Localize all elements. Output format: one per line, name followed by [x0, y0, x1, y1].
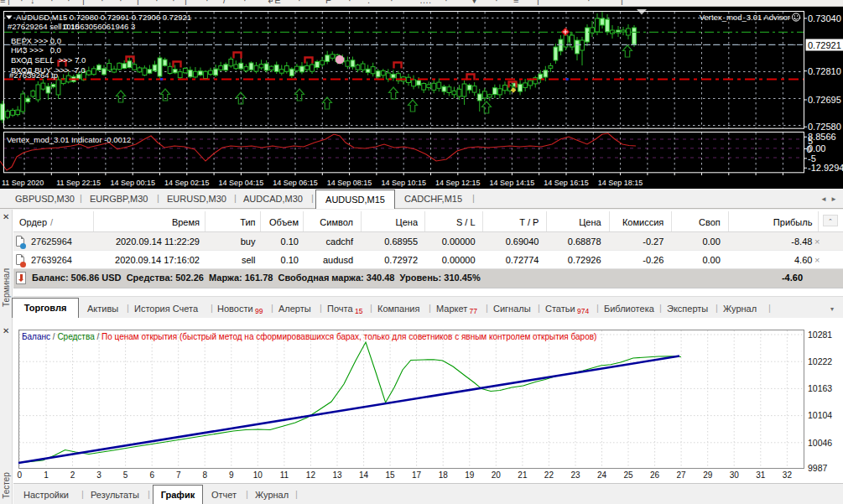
svg-text:14 Sep 08:15: 14 Sep 08:15	[327, 179, 372, 187]
svg-text:10281: 10281	[808, 330, 832, 340]
svg-text:#27639264 tp: #27639264 tp	[9, 70, 58, 80]
svg-text:11: 11	[280, 470, 289, 480]
svg-text:2: 2	[70, 470, 75, 480]
svg-text:ВХОД SELL >>> 7.0: ВХОД SELL >>> 7.0	[11, 55, 86, 65]
svg-text:21: 21	[518, 470, 528, 480]
svg-text:10: 10	[253, 470, 263, 480]
svg-text:14 Sep 00:15: 14 Sep 00:15	[110, 179, 155, 187]
svg-text:11 Sep 22:15: 11 Sep 22:15	[56, 179, 101, 187]
svg-text:7: 7	[176, 470, 181, 480]
svg-text:14 Sep 10:15: 14 Sep 10:15	[381, 179, 426, 187]
svg-text:12: 12	[306, 470, 316, 480]
svg-text:14 Sep 06:15: 14 Sep 06:15	[273, 179, 318, 187]
svg-text:24: 24	[597, 470, 607, 480]
svg-text:1: 1	[44, 470, 49, 480]
svg-text:9987: 9987	[808, 463, 828, 473]
svg-text:10104: 10104	[808, 410, 832, 420]
svg-text:30: 30	[730, 470, 740, 480]
svg-text:32: 32	[783, 470, 793, 480]
svg-text:18: 18	[439, 470, 449, 480]
svg-text:29: 29	[703, 470, 713, 480]
svg-text:22: 22	[544, 470, 554, 480]
svg-text:19: 19	[465, 470, 475, 480]
svg-text:14 Sep 04:15: 14 Sep 04:15	[219, 179, 264, 187]
svg-text:0: 0	[18, 470, 23, 480]
svg-text:0.72580: 0.72580	[808, 122, 841, 132]
svg-text:26: 26	[650, 470, 660, 480]
svg-text:0.00: 0.00	[808, 143, 825, 153]
svg-text:10046: 10046	[808, 438, 832, 448]
svg-text:14 Sep 16:15: 14 Sep 16:15	[544, 179, 589, 187]
svg-text:25: 25	[623, 470, 633, 480]
svg-text:8: 8	[202, 470, 207, 480]
svg-text:3: 3	[96, 470, 101, 480]
svg-text:0.72921: 0.72921	[808, 40, 841, 50]
svg-text:31: 31	[756, 470, 766, 480]
svg-text:AUDUSD,M15 0.72980 0.72991 0.7: AUDUSD,M15 0.72980 0.72991 0.72906 0.729…	[16, 13, 191, 22]
svg-text:11 Sep 2020: 11 Sep 2020	[2, 179, 44, 187]
svg-text:17: 17	[412, 470, 422, 480]
svg-text:14: 14	[359, 470, 369, 480]
svg-text:14 Sep 14:15: 14 Sep 14:15	[490, 179, 535, 187]
svg-text:14 Sep 12:15: 14 Sep 12:15	[435, 179, 481, 187]
svg-text:10222: 10222	[808, 356, 832, 366]
svg-text:-12.9294: -12.9294	[808, 163, 843, 173]
svg-text:14 Sep 02:15: 14 Sep 02:15	[164, 179, 210, 187]
svg-text:НИЗ >>> 0,0: НИЗ >>> 0,0	[11, 45, 61, 55]
svg-text:0.73040: 0.73040	[808, 13, 841, 23]
svg-text:23: 23	[570, 470, 580, 480]
svg-text:0.72810: 0.72810	[808, 66, 841, 76]
svg-text:ВЕРХ >>> 0,0: ВЕРХ >>> 0,0	[11, 36, 61, 45]
svg-text:6: 6	[149, 470, 154, 480]
svg-text:-5: -5	[808, 153, 816, 164]
svg-text:9: 9	[229, 470, 234, 480]
svg-text:Vertex_mod_3.01 Indicator -0.0: Vertex_mod_3.01 Indicator -0.0012	[7, 135, 131, 144]
svg-text:Vertex_mod_3.01 Advisor: Vertex_mod_3.01 Advisor	[700, 13, 790, 22]
svg-text:5: 5	[123, 470, 128, 480]
svg-text:10163: 10163	[808, 383, 832, 393]
svg-text:15: 15	[386, 470, 396, 480]
svg-text:13: 13	[332, 470, 342, 480]
svg-text:20: 20	[492, 470, 502, 480]
svg-text:Баланс / Средства / По ценам о: Баланс / Средства / По ценам открытия (б…	[22, 332, 596, 341]
svg-text:0.72695: 0.72695	[808, 95, 841, 105]
svg-text:101563056061946 3: 101563056061946 3	[62, 22, 135, 31]
svg-text:14 Sep 18:15: 14 Sep 18:15	[598, 179, 643, 187]
svg-text:27: 27	[677, 470, 687, 480]
